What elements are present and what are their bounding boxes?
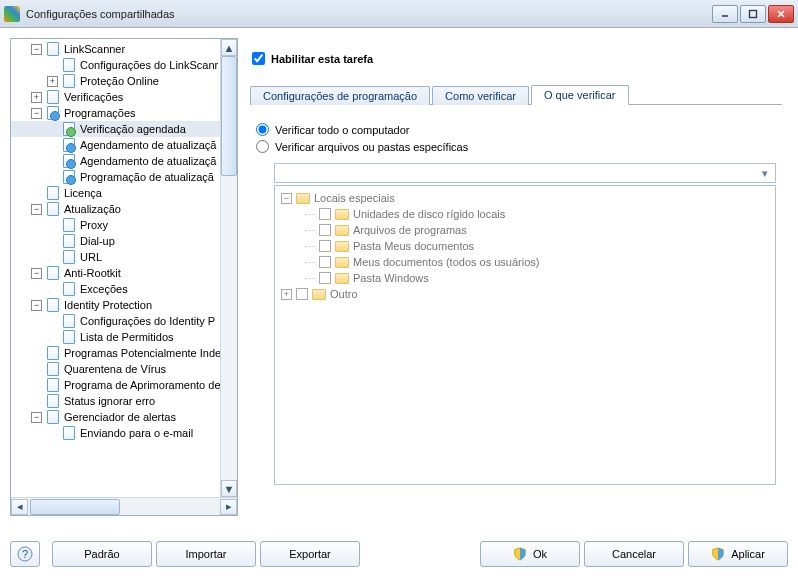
nav-tree-label: Quarentena de Vírus (64, 361, 166, 377)
page-icon (45, 266, 61, 280)
ok-button[interactable]: Ok (480, 541, 580, 567)
tree-expander-icon[interactable]: − (31, 412, 42, 423)
nav-tree-item[interactable]: Configurações do LinkScanr (11, 57, 237, 73)
nav-tree-item[interactable]: Programa de Aprimoramento de (11, 377, 237, 393)
tree-expander-icon[interactable]: − (31, 204, 42, 215)
page-icon (61, 282, 77, 296)
scroll-down-arrow[interactable]: ▼ (221, 480, 237, 497)
location-checkbox[interactable] (296, 288, 308, 300)
locations-other-label: Outro (330, 288, 358, 300)
nav-tree-item[interactable]: Enviando para o e-mail (11, 425, 237, 441)
nav-tree-item[interactable]: URL (11, 249, 237, 265)
close-button[interactable] (768, 5, 794, 23)
nav-tree-item[interactable]: Programas Potencialmente Inde (11, 345, 237, 361)
nav-tree-item[interactable]: Exceções (11, 281, 237, 297)
page-icon (61, 74, 77, 88)
horizontal-scroll-thumb[interactable] (30, 499, 120, 515)
page-icon (45, 298, 61, 312)
nav-tree-label: Programações (64, 105, 136, 121)
apply-button[interactable]: Aplicar (688, 541, 788, 567)
nav-tree-item[interactable]: −LinkScanner (11, 41, 237, 57)
nav-tree-label: Verificações (64, 89, 123, 105)
page-icon (61, 58, 77, 72)
cancel-button[interactable]: Cancelar (584, 541, 684, 567)
nav-tree-item[interactable]: Dial-up (11, 233, 237, 249)
tree-expander-spacer (31, 188, 42, 199)
nav-tree[interactable]: −LinkScannerConfigurações do LinkScanr+P… (11, 41, 237, 441)
nav-tree-item[interactable]: Agendamento de atualizaçã (11, 153, 237, 169)
tab-schedule-settings[interactable]: Configurações de programação (250, 86, 430, 105)
svg-text:?: ? (22, 548, 28, 560)
minimize-button[interactable] (712, 5, 738, 23)
nav-tree-item[interactable]: −Gerenciador de alertas (11, 409, 237, 425)
tree-expander-spacer (47, 140, 58, 151)
nav-tree-item[interactable]: −Atualização (11, 201, 237, 217)
export-button[interactable]: Exportar (260, 541, 360, 567)
expander-plus-icon[interactable]: + (281, 289, 292, 300)
nav-tree-label: Anti-Rootkit (64, 265, 121, 281)
nav-tree-item[interactable]: Configurações do Identity P (11, 313, 237, 329)
nav-tree-item[interactable]: −Identity Protection (11, 297, 237, 313)
tab-what-to-scan[interactable]: O que verificar (531, 85, 629, 105)
nav-tree-item[interactable]: Quarentena de Vírus (11, 361, 237, 377)
nav-tree-item[interactable]: −Programações (11, 105, 237, 121)
page-icon (45, 106, 61, 120)
tree-expander-spacer (47, 332, 58, 343)
location-item-label: Arquivos de programas (353, 224, 467, 236)
nav-tree-item[interactable]: −Anti-Rootkit (11, 265, 237, 281)
tree-horizontal-scrollbar[interactable]: ◂ ▸ (11, 497, 237, 515)
maximize-button[interactable] (740, 5, 766, 23)
chevron-down-icon: ▾ (757, 165, 773, 181)
tree-expander-icon[interactable]: + (47, 76, 58, 87)
location-item-label: Pasta Windows (353, 272, 429, 284)
location-checkbox[interactable] (319, 224, 331, 236)
tab-how-to-scan[interactable]: Como verificar (432, 86, 529, 105)
tree-expander-spacer (47, 236, 58, 247)
tree-vertical-scrollbar[interactable]: ▲ ▼ (220, 39, 237, 497)
nav-tree-item[interactable]: Status ignorar erro (11, 393, 237, 409)
tabstrip: Configurações de programação Como verifi… (250, 83, 782, 105)
tree-expander-icon[interactable]: − (31, 300, 42, 311)
nav-tree-label: Verificação agendada (80, 121, 186, 137)
nav-tree-item[interactable]: Verificação agendada (11, 121, 237, 137)
nav-tree-label: Proxy (80, 217, 108, 233)
page-icon (61, 138, 77, 152)
page-icon (45, 394, 61, 408)
nav-tree-item[interactable]: Agendamento de atualizaçã (11, 137, 237, 153)
location-checkbox[interactable] (319, 240, 331, 252)
location-checkbox[interactable] (319, 256, 331, 268)
radio-scan-whole[interactable] (256, 123, 269, 136)
nav-tree-item[interactable]: Programação de atualizaçã (11, 169, 237, 185)
page-icon (45, 42, 61, 56)
nav-tree-item[interactable]: Lista de Permitidos (11, 329, 237, 345)
vertical-scroll-thumb[interactable] (221, 56, 237, 176)
scroll-right-arrow[interactable]: ▸ (220, 499, 237, 515)
import-button[interactable]: Importar (156, 541, 256, 567)
scroll-up-arrow[interactable]: ▲ (221, 39, 237, 56)
tree-expander-icon[interactable]: + (31, 92, 42, 103)
page-icon (45, 378, 61, 392)
location-checkbox[interactable] (319, 208, 331, 220)
apply-button-label: Aplicar (731, 548, 765, 560)
nav-tree-label: Enviando para o e-mail (80, 425, 193, 441)
nav-tree-item[interactable]: +Proteção Online (11, 73, 237, 89)
default-button[interactable]: Padrão (52, 541, 152, 567)
page-icon (61, 122, 77, 136)
help-button[interactable]: ? (10, 541, 40, 567)
expander-minus-icon[interactable]: − (281, 193, 292, 204)
nav-tree-item[interactable]: +Verificações (11, 89, 237, 105)
locations-root-label: Locais especiais (314, 192, 395, 204)
nav-tree-label: Gerenciador de alertas (64, 409, 176, 425)
ok-button-label: Ok (533, 548, 547, 560)
tree-expander-spacer (47, 172, 58, 183)
nav-tree-item[interactable]: Proxy (11, 217, 237, 233)
scroll-left-arrow[interactable]: ◂ (11, 499, 28, 515)
tree-expander-icon[interactable]: − (31, 44, 42, 55)
radio-scan-specific[interactable] (256, 140, 269, 153)
tree-expander-icon[interactable]: − (31, 268, 42, 279)
enable-task-checkbox[interactable] (252, 52, 265, 65)
path-dropdown[interactable]: ▾ (274, 163, 776, 183)
tree-expander-icon[interactable]: − (31, 108, 42, 119)
location-checkbox[interactable] (319, 272, 331, 284)
nav-tree-item[interactable]: Licença (11, 185, 237, 201)
